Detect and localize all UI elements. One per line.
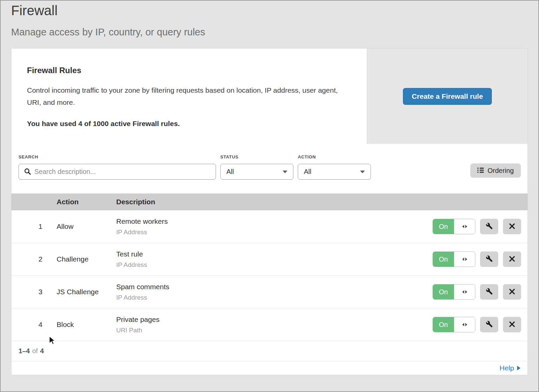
status-selected-value: All (226, 168, 234, 176)
rule-action: Allow (57, 222, 116, 231)
filters-bar: SEARCH STATUS All ACTION All (11, 144, 528, 193)
search-icon (24, 168, 31, 176)
page-header: Firewall Manage access by IP, country, o… (1, 1, 538, 38)
edit-rule-button[interactable] (480, 251, 498, 267)
overview-text-panel: Firewall Rules Control incoming traffic … (11, 49, 367, 144)
table-row: 3 JS Challenge Spam comments IP Address … (11, 276, 528, 308)
ordering-button[interactable]: Ordering (470, 163, 521, 178)
left-right-arrows-icon (454, 252, 475, 267)
overview-section: Firewall Rules Control incoming traffic … (11, 49, 528, 144)
pagination-separator: of (32, 347, 38, 355)
chevron-down-icon (360, 171, 365, 173)
rule-description-cell: Remote workers IP Address (116, 217, 426, 236)
rule-controls: On (426, 284, 528, 300)
table-header: Action Description (11, 193, 528, 210)
rule-criteria: IP Address (116, 229, 426, 236)
action-selected-value: All (304, 168, 311, 176)
search-label: SEARCH (19, 154, 216, 159)
action-filter-group: ACTION All (298, 154, 371, 180)
status-select[interactable]: All (220, 164, 293, 180)
rule-criteria: IP Address (116, 294, 426, 301)
table-row: 4 Block Private pages URI Path On (11, 308, 528, 341)
wrench-icon (486, 321, 493, 329)
overview-action-panel: Create a Firewall rule (367, 49, 528, 144)
rule-description: Private pages (116, 315, 426, 324)
search-field-wrap (19, 164, 216, 180)
rule-action: Challenge (57, 255, 116, 263)
pagination-range: 1–4 (19, 347, 30, 355)
column-header-description: Description (116, 198, 426, 206)
delete-rule-button[interactable] (503, 317, 521, 332)
firewall-rules-card: Firewall Rules Control incoming traffic … (11, 48, 528, 375)
x-icon (509, 289, 515, 296)
rule-description: Remote workers (116, 217, 426, 225)
wrench-icon (486, 222, 493, 231)
left-right-arrows-icon (454, 317, 475, 332)
rule-action: Block (57, 321, 116, 329)
help-link[interactable]: Help (500, 364, 520, 372)
toggle-on-label: On (433, 284, 454, 299)
create-firewall-rule-button[interactable]: Create a Firewall rule (403, 88, 492, 105)
overview-heading: Firewall Rules (27, 66, 347, 75)
edit-rule-button[interactable] (480, 219, 498, 234)
left-right-arrows-icon (454, 284, 475, 299)
rule-description-cell: Test rule IP Address (116, 250, 426, 269)
ordered-list-icon (477, 167, 484, 175)
rule-description-cell: Private pages URI Path (116, 315, 426, 334)
search-input[interactable] (19, 164, 216, 180)
pagination-row: 1–4 of 4 (11, 341, 528, 361)
overview-usage: You have used 4 of 1000 active Firewall … (27, 120, 347, 128)
help-link-label: Help (500, 364, 514, 372)
rule-enabled-toggle[interactable]: On (433, 251, 475, 267)
firewall-page: { "colors": { "accent_blue": "#2e7cb8", … (0, 0, 539, 392)
table-row: 1 Allow Remote workers IP Address On (11, 210, 528, 243)
search-filter-group: SEARCH (19, 154, 216, 180)
column-header-action: Action (57, 198, 116, 206)
pagination-total: 4 (40, 347, 44, 355)
delete-rule-button[interactable] (503, 251, 521, 267)
page-title: Firewall (11, 3, 528, 18)
ordering-button-label: Ordering (487, 167, 514, 175)
delete-rule-button[interactable] (503, 219, 521, 234)
left-right-arrows-icon (454, 219, 475, 234)
rule-criteria: IP Address (116, 261, 426, 269)
edit-rule-button[interactable] (480, 284, 498, 300)
rule-enabled-toggle[interactable]: On (433, 284, 475, 300)
arrow-right-icon (517, 366, 520, 370)
edit-rule-button[interactable] (480, 317, 498, 332)
rule-description-cell: Spam comments IP Address (116, 283, 426, 301)
toggle-on-label: On (433, 219, 454, 234)
toggle-on-label: On (433, 317, 454, 332)
rule-priority: 2 (11, 255, 57, 263)
overview-description: Control incoming traffic to your zone by… (27, 84, 347, 109)
x-icon (509, 321, 515, 328)
chevron-down-icon (283, 171, 287, 173)
toggle-on-label: On (433, 252, 454, 267)
help-row: Help (11, 361, 528, 375)
status-label: STATUS (220, 154, 293, 159)
rule-description: Test rule (116, 250, 426, 258)
page-subtitle: Manage access by IP, country, or query r… (11, 26, 528, 38)
rule-criteria: URI Path (116, 327, 426, 334)
x-icon (509, 223, 515, 230)
rule-priority: 1 (11, 222, 57, 231)
rule-controls: On (426, 317, 528, 332)
rule-controls: On (426, 219, 528, 234)
table-row: 2 Challenge Test rule IP Address On (11, 243, 528, 276)
wrench-icon (486, 288, 493, 296)
rule-priority: 3 (11, 288, 57, 296)
rule-enabled-toggle[interactable]: On (433, 219, 475, 234)
wrench-icon (486, 255, 493, 263)
status-filter-group: STATUS All (220, 154, 293, 180)
rule-action: JS Challenge (57, 288, 116, 296)
action-select[interactable]: All (298, 164, 371, 180)
delete-rule-button[interactable] (503, 284, 521, 300)
x-icon (509, 256, 515, 263)
rule-enabled-toggle[interactable]: On (433, 317, 475, 332)
rule-controls: On (426, 251, 528, 267)
rule-description: Spam comments (116, 283, 426, 291)
rule-priority: 4 (11, 321, 57, 329)
action-label: ACTION (298, 154, 371, 159)
